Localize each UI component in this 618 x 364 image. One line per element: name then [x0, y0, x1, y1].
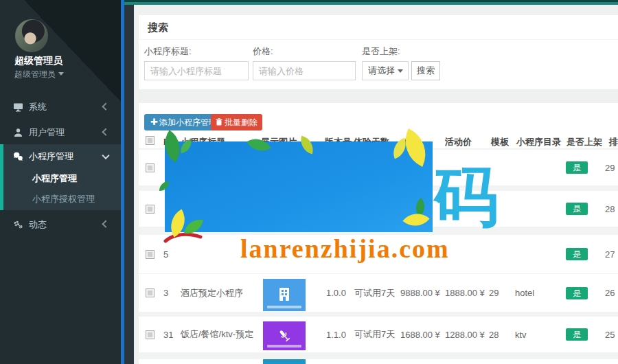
admin-page: 超级管理员 超级管理员 系统 用户管理 小程序管理 小程序管理: [0, 0, 618, 364]
monitor-icon: [13, 102, 23, 113]
leaf-icon: [179, 139, 194, 154]
chevron-down-icon: [102, 152, 109, 159]
field-title-label: 小程序标题:: [144, 45, 249, 58]
listed-badge: 是: [566, 161, 588, 174]
row-checkbox[interactable]: [146, 250, 154, 259]
cell-template: 28: [489, 317, 499, 352]
chat-bubbles-icon: [13, 152, 23, 162]
sidebar-item-system[interactable]: 系统: [0, 95, 121, 119]
chevron-left-icon: [102, 220, 109, 228]
row-checkbox[interactable]: [146, 288, 154, 297]
cell-title: 酒店预定小程序: [181, 274, 243, 312]
field-price: 价格:: [253, 45, 356, 80]
sidebar-item-miniprogram-management[interactable]: 小程序管理: [0, 144, 121, 169]
cell-id: 3: [163, 274, 168, 312]
sidebar-subitem-miniprogram-management[interactable]: 小程序管理: [0, 169, 121, 188]
cell-activity-price: 1288.00 ¥: [445, 317, 485, 352]
user-name: 超级管理员: [14, 55, 62, 67]
table-row: 31 饭店/餐馆/ktv-预定 1.1.0 可试用7天 1688.00 ¥ 12…: [139, 317, 618, 352]
cell-template: 29: [489, 274, 499, 312]
cell-title: 饭店/餐馆/ktv-预定: [181, 317, 253, 352]
chevron-left-icon: [102, 103, 109, 111]
watermark-site-text: lanrenzhijia.com: [240, 234, 450, 264]
sidebar-subitem-miniprogram-auth-management[interactable]: 小程序授权管理: [0, 190, 121, 209]
header-template: 模板: [491, 135, 509, 150]
user-role-dropdown[interactable]: 超级管理员: [14, 69, 64, 80]
field-price-label: 价格:: [253, 45, 356, 58]
sidebar-item-user-management[interactable]: 用户管理: [0, 121, 121, 144]
microphone-icon: [274, 326, 295, 347]
watermark-big-char: 码: [434, 165, 499, 229]
listed-badge: 是: [566, 287, 588, 299]
sidebar: 超级管理员 超级管理员 系统 用户管理 小程序管理 小程序管理: [0, 0, 121, 364]
building-icon: [277, 287, 292, 304]
cell-directory: ktv: [515, 317, 527, 352]
hotel-thumbnail: [263, 279, 306, 311]
header-activity-price: 活动价: [445, 135, 472, 150]
ktv-thumbnail: [263, 321, 306, 350]
cell-id: 31: [163, 317, 173, 352]
listed-badge: 是: [566, 248, 588, 260]
sidebar-item-dynamic[interactable]: 动态: [0, 213, 121, 236]
cell-sort: 29: [605, 150, 615, 185]
thumbnail-caption: [267, 345, 301, 348]
cell-sort: 25: [605, 317, 615, 352]
plus-icon: ✚: [150, 117, 158, 127]
top-accent-bar: [124, 0, 618, 5]
divider: [139, 39, 618, 40]
cell-price: 1688.00 ¥: [400, 317, 440, 352]
table-row-partial: [139, 359, 618, 364]
row-checkbox[interactable]: [146, 163, 154, 172]
user-icon: [13, 128, 23, 138]
search-panel-title: 搜索: [148, 21, 168, 34]
cell-version: 1.0.0: [326, 274, 346, 312]
header-listed: 是否上架: [566, 135, 602, 150]
field-listed: 是否上架: 请选择搜索: [362, 45, 440, 80]
cell-activity-price: 1888.00 ¥: [445, 274, 485, 312]
price-input[interactable]: [253, 61, 356, 80]
cell-directory: hotel: [515, 274, 534, 312]
chevron-left-icon: [102, 128, 109, 136]
cell-sort: 26: [605, 274, 615, 312]
listed-badge: 是: [566, 328, 588, 341]
search-panel: 搜索 小程序标题: 价格: 是否上架: 请选择搜索: [139, 15, 618, 89]
avatar: [15, 19, 48, 52]
row-checkbox[interactable]: [146, 205, 154, 214]
cell-sort: 28: [605, 191, 615, 227]
cell-sort: 27: [605, 235, 615, 273]
trash-icon: [216, 118, 222, 126]
table-row: 3 酒店预定小程序 1.0.0 可试用7天 9888.00 ¥ 1888.00 …: [139, 274, 618, 312]
row-checkbox[interactable]: [146, 330, 154, 339]
field-title: 小程序标题:: [144, 45, 249, 80]
cell-version: 1.1.0: [326, 317, 346, 352]
header-sort: 排序: [609, 135, 618, 150]
miniprogram-title-input[interactable]: [144, 61, 249, 80]
listed-badge: 是: [566, 203, 588, 215]
header-directory: 小程序目录: [516, 135, 561, 150]
search-button[interactable]: 搜索: [411, 61, 440, 80]
gears-icon: [13, 220, 23, 230]
listed-select[interactable]: 请选择: [362, 61, 409, 80]
cell-trial-days: 可试用7天: [354, 274, 395, 312]
select-all-checkbox[interactable]: [146, 136, 154, 145]
cell-price: 9888.00 ¥: [400, 274, 440, 312]
watermark-banner: [165, 141, 433, 232]
sidebar-edge-strip: [124, 0, 134, 364]
thumbnail-partial: [263, 359, 306, 364]
cell-trial-days: 可试用7天: [354, 317, 395, 352]
field-listed-label: 是否上架:: [362, 45, 440, 58]
caret-down-icon: [58, 72, 64, 76]
thumbnail-caption: [267, 306, 301, 308]
batch-delete-button[interactable]: 批量删除: [211, 114, 262, 130]
select-caret-icon: [398, 69, 403, 73]
